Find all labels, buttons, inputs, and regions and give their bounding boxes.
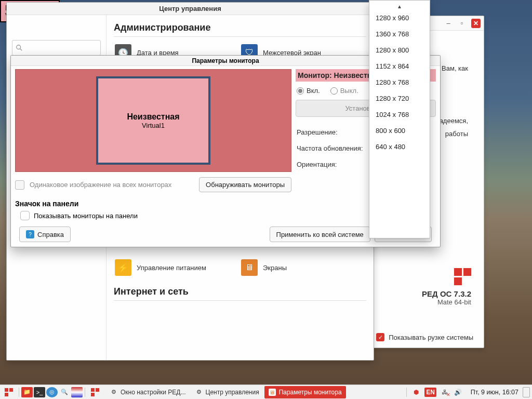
monitor-icon: 🖥 xyxy=(269,389,276,396)
resolution-dropdown-menu[interactable]: ▲ 1280 x 960 1360 x 768 1280 x 800 1152 … xyxy=(369,0,430,238)
tray-package-icon[interactable]: ⬢ xyxy=(411,388,421,397)
task-label: Параметры монитора xyxy=(279,389,342,396)
search-icon xyxy=(16,44,23,51)
task-button-control-center[interactable]: ⚙ Центр управления xyxy=(191,386,263,398)
monitor-rect[interactable]: Неизвестная Virtual1 xyxy=(96,76,210,165)
brand-name: РЕД ОС 7.3.2 xyxy=(422,289,471,298)
detect-monitors-button[interactable]: Обнаруживать мониторы xyxy=(199,177,291,192)
control-center-title[interactable]: Центр управления xyxy=(7,3,374,15)
resolution-option[interactable]: 532 x 399 xyxy=(369,107,430,123)
taskbar: 📁 >_ ◎ 🔍 ⚙ Окно настройки РЕД... ⚙ Центр… xyxy=(0,384,532,399)
help-icon: ? xyxy=(26,230,34,238)
close-button[interactable]: ✕ xyxy=(471,19,481,28)
terminal-launcher[interactable]: >_ xyxy=(34,387,45,397)
monitor-on-radio[interactable]: Вкл. xyxy=(297,87,320,95)
file-manager-launcher[interactable]: 📁 xyxy=(21,387,33,397)
task-label: Центр управления xyxy=(206,389,259,396)
volume-icon[interactable]: 🔊 xyxy=(453,388,463,397)
cc-item-label: Управление питанием xyxy=(137,264,206,272)
window-list-button[interactable] xyxy=(88,387,102,398)
task-label: Окно настройки РЕД... xyxy=(121,389,186,396)
resolution-option[interactable]: 1280 x 960 xyxy=(369,10,430,26)
redos-logo-icon xyxy=(453,268,471,285)
redos-menu-icon xyxy=(91,388,99,396)
welcome-text-frag-3: работы xyxy=(445,130,468,138)
same-image-checkbox[interactable] xyxy=(15,180,24,190)
svg-line-1 xyxy=(20,49,22,51)
separator xyxy=(406,388,407,397)
minimize-icon[interactable]: – xyxy=(444,19,453,28)
taskbar-clock[interactable]: Пт, 9 июн, 16:07 xyxy=(467,389,523,396)
resolution-option[interactable]: 1280 x 720 xyxy=(369,90,430,107)
search-launcher[interactable]: 🔍 xyxy=(59,387,70,397)
resolution-option[interactable]: 1280 x 800 xyxy=(369,42,430,58)
show-desktop-button[interactable] xyxy=(523,387,530,397)
flag-launcher[interactable] xyxy=(71,387,83,397)
section-heading-admin: Администрирование xyxy=(114,22,366,37)
search-input[interactable] xyxy=(12,40,101,56)
cc-item-power[interactable]: ⚡ Управление питанием xyxy=(114,256,240,279)
monitor-off-radio[interactable]: Выкл. xyxy=(330,87,358,95)
branding-block: РЕД ОС 7.3.2 Mate 64-bit xyxy=(422,268,471,306)
same-image-label: Одинаковое изображение на всех мониторах xyxy=(30,181,171,189)
resolution-option[interactable]: 1360 x 768 xyxy=(369,26,430,42)
monitor-rect-connector: Virtual1 xyxy=(142,122,165,129)
monitor-rect-name: Неизвестная xyxy=(127,112,179,122)
gear-icon: ⚙ xyxy=(110,389,117,396)
resolution-option[interactable]: 640 x 480 xyxy=(369,139,430,155)
task-button-monitor-prefs[interactable]: 🖥 Параметры монитора xyxy=(264,386,346,398)
redos-menu-icon xyxy=(5,388,13,396)
show-on-panel-checkbox[interactable] xyxy=(20,211,30,220)
svg-point-0 xyxy=(17,45,21,49)
show-at-startup-label: Показывать рузке системы xyxy=(389,334,473,341)
apply-system-button[interactable]: Применить ко всей системе xyxy=(270,227,370,242)
gear-icon: ⚙ xyxy=(195,389,203,396)
help-button[interactable]: ? Справка xyxy=(19,227,71,242)
browser-launcher[interactable]: ◎ xyxy=(46,387,58,397)
task-button-settings[interactable]: ⚙ Окно настройки РЕД... xyxy=(106,386,190,398)
separator xyxy=(19,388,19,397)
brand-edition: Mate 64-bit xyxy=(422,298,471,306)
network-disconnected-icon[interactable]: 🖧✕ xyxy=(440,388,450,397)
welcome-text-frag-1: Вам, как xyxy=(442,64,468,72)
quick-launch: 📁 >_ ◎ 🔍 xyxy=(20,387,84,397)
cc-item-displays[interactable]: 🖥 Экраны xyxy=(240,256,366,279)
bolt-icon: ⚡ xyxy=(115,259,131,276)
system-tray: ⬢ EN 🖧✕ 🔊 xyxy=(408,388,467,397)
welcome-watermark: O M xyxy=(442,151,474,168)
monitor-icon: 🖥 xyxy=(241,259,258,276)
resolution-option[interactable]: 800 x 600 xyxy=(369,123,430,139)
resolution-option[interactable]: 1152 x 864 xyxy=(369,58,430,74)
section-heading-net: Интернет и сеть xyxy=(114,286,366,301)
keyboard-layout-indicator[interactable]: EN xyxy=(424,388,436,397)
monitor-layout-preview[interactable]: Неизвестная Virtual1 xyxy=(15,69,291,172)
cc-item-label: Экраны xyxy=(263,264,287,272)
resolution-option[interactable]: 1280 x 768 xyxy=(369,74,430,90)
start-menu-button[interactable] xyxy=(2,387,16,398)
show-on-panel-label: Показывать мониторы на панели xyxy=(34,212,138,220)
show-at-startup-checkbox[interactable]: ✓ xyxy=(376,333,384,341)
maximize-icon[interactable]: ▫ xyxy=(458,19,466,28)
separator xyxy=(85,388,85,397)
scroll-up-arrow-icon[interactable]: ▲ xyxy=(369,3,430,10)
